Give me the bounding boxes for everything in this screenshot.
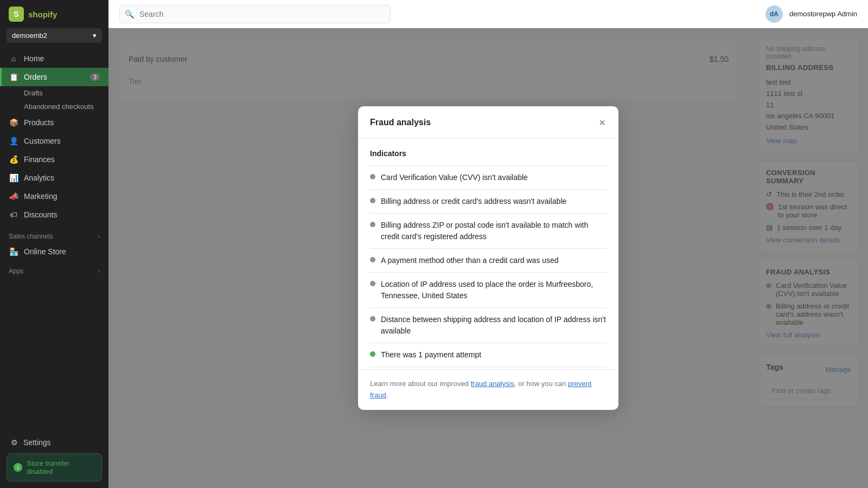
sidebar-item-drafts[interactable]: Drafts [24,86,108,100]
indicator-item: Billing address or credit card's address… [370,190,607,214]
sidebar-item-online-store[interactable]: 🏪 Online Store [0,242,108,261]
indicator-item: Location of IP address used to place the… [370,273,607,308]
settings-icon: ⚙ [11,438,18,447]
indicators-title: Indicators [370,149,607,158]
sidebar-item-label: Orders [24,73,47,81]
chevron-down-icon: ▾ [93,31,97,40]
info-icon: i [14,463,22,472]
indicator-item: Card Verification Value (CVV) isn't avai… [370,166,607,190]
store-transfer-label: Store transfer disabled [27,459,95,476]
indicator-dot [370,316,375,322]
sidebar-item-label: Finances [24,155,55,164]
sidebar-item-label: Products [24,118,54,127]
sales-channels-chevron: › [98,234,100,240]
sidebar-item-label: Customers [24,137,61,145]
indicator-text: Card Verification Value (CVV) isn't avai… [381,172,528,183]
online-store-icon: 🏪 [9,247,18,256]
topbar-right: dA demostorepwp Admin [765,5,857,23]
indicator-dot [370,281,375,286]
sidebar-item-label: Marketing [24,192,57,201]
sidebar-item-customers[interactable]: 👤 Customers [0,132,108,150]
sidebar-item-home[interactable]: ⌂ Home [0,49,108,68]
indicator-item: A payment method other than a credit car… [370,249,607,273]
indicator-text: A payment method other than a credit car… [381,255,559,266]
customers-icon: 👤 [9,136,18,146]
marketing-icon: 📣 [9,191,18,201]
fraud-analysis-link[interactable]: fraud analysis [471,380,514,388]
indicator-dot [370,174,375,179]
sidebar-item-marketing[interactable]: 📣 Marketing [0,187,108,206]
fraud-analysis-modal: Fraud analysis × Indicators Card Verific… [358,106,618,410]
indicator-text: There was 1 payment attempt [381,349,481,361]
apps-chevron: › [98,268,100,274]
sidebar-item-label: Home [24,54,44,63]
finances-icon: 💰 [9,155,18,164]
indicator-item: There was 1 payment attempt [370,343,607,367]
indicator-text: Distance between shipping address and lo… [381,314,607,337]
indicators-list: Card Verification Value (CVV) isn't avai… [370,165,607,369]
indicator-text: Location of IP address used to place the… [381,279,607,301]
sidebar-item-orders[interactable]: 📋 Orders 3 [0,68,108,86]
sidebar-item-analytics[interactable]: 📊 Analytics [0,169,108,187]
home-icon: ⌂ [9,54,18,63]
modal-body: Indicators Card Verification Value (CVV)… [358,138,618,369]
apps-label: Apps [9,267,23,275]
sidebar-item-label: Discounts [24,210,57,219]
orders-icon: 📋 [9,72,18,82]
indicator-item: Distance between shipping address and lo… [370,308,607,343]
footer-text-1: Learn more about our improved [370,380,471,388]
modal-footer: Learn more about our improved fraud anal… [358,369,618,410]
search-icon: 🔍 [125,10,134,18]
indicator-dot [370,198,375,203]
indicator-text: Billing address ZIP or postal code isn't… [381,220,607,242]
settings-label: Settings [23,438,51,447]
search-input[interactable] [119,5,391,23]
indicator-dot [370,222,375,227]
sidebar-item-settings[interactable]: ⚙ Settings [7,434,102,451]
analytics-icon: 📊 [9,173,18,183]
shopify-logo-text: shopify [28,10,57,19]
sidebar: S shopify demoemb2 ▾ ⌂ Home 📋 Orders 3 D… [0,0,108,488]
sidebar-item-finances[interactable]: 💰 Finances [0,150,108,169]
sales-channels-label: Sales channels [9,233,53,240]
user-name: demostorepwp Admin [789,10,857,18]
orders-badge: 3 [90,73,100,81]
shopify-logo: S shopify [9,7,57,22]
indicator-dot [370,351,375,357]
modal-close-button[interactable]: × [598,116,607,129]
indicator-dot [370,257,375,262]
store-selector[interactable]: demoemb2 ▾ [7,28,102,43]
footer-text-2: , or how you can [514,380,568,388]
topbar: 🔍 dA demostorepwp Admin [108,0,868,28]
indicator-item: Billing address ZIP or postal code isn't… [370,214,607,249]
modal-header: Fraud analysis × [358,106,618,138]
modal-title: Fraud analysis [370,118,431,127]
avatar: dA [765,5,783,23]
store-name: demoemb2 [12,31,47,40]
products-icon: 📦 [9,118,18,127]
sidebar-item-products[interactable]: 📦 Products [0,113,108,132]
sidebar-item-discounts[interactable]: 🏷 Discounts [0,206,108,224]
search-container: 🔍 [119,5,391,23]
sidebar-item-abandoned[interactable]: Abandoned checkouts [24,100,108,113]
sidebar-item-label: Online Store [24,247,66,256]
discounts-icon: 🏷 [9,210,18,220]
indicator-text: Billing address or credit card's address… [381,196,566,207]
store-transfer-banner: i Store transfer disabled [7,453,102,481]
shopify-logo-icon: S [9,7,24,22]
sidebar-item-label: Analytics [24,174,54,182]
footer-text-3: . [386,391,388,399]
